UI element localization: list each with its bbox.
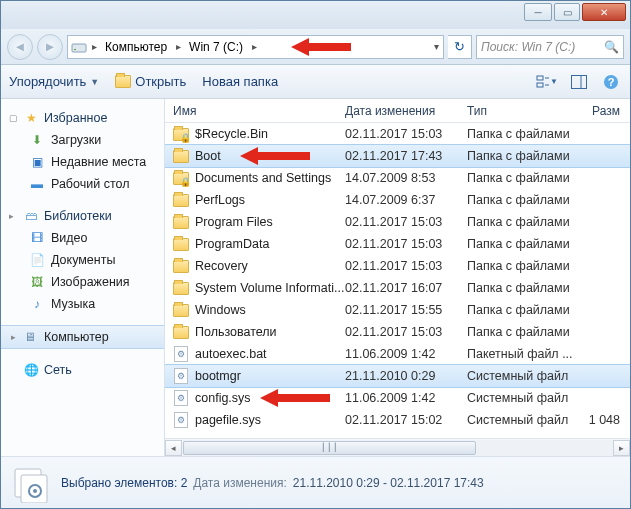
scroll-left-button[interactable]: ◂: [165, 440, 182, 456]
new-folder-button[interactable]: Новая папка: [202, 74, 278, 89]
item-name: ProgramData: [195, 237, 345, 251]
sidebar-favorites-header[interactable]: ▢ ★ Избранное: [1, 107, 164, 129]
selection-count: Выбрано элементов: 2: [61, 476, 187, 490]
navigation-bar: ◄ ► ▸ Компьютер ▸ Win 7 (C:) ▸ ▾ ↻ Поиск…: [1, 29, 630, 65]
folder-row[interactable]: 🔒$Recycle.Bin02.11.2017 15:03Папка с фай…: [165, 123, 630, 145]
chevron-down-icon: ▼: [90, 77, 99, 87]
folder-icon: [173, 280, 189, 296]
expand-icon: ▸: [9, 211, 18, 221]
computer-icon: 🖥: [22, 329, 38, 345]
column-name[interactable]: Имя: [173, 104, 345, 118]
svg-rect-7: [572, 75, 587, 88]
help-button[interactable]: ?: [600, 71, 622, 93]
close-button[interactable]: ✕: [582, 3, 626, 21]
folder-row[interactable]: System Volume Informati...02.11.2017 16:…: [165, 277, 630, 299]
scroll-right-button[interactable]: ▸: [613, 440, 630, 456]
file-row[interactable]: ⚙config.sys11.06.2009 1:42Системный файл: [165, 387, 630, 409]
back-button[interactable]: ◄: [7, 34, 33, 60]
item-type: Папка с файлами: [467, 215, 587, 229]
folder-row[interactable]: Program Files02.11.2017 15:03Папка с фай…: [165, 211, 630, 233]
address-bar[interactable]: ▸ Компьютер ▸ Win 7 (C:) ▸ ▾: [67, 35, 444, 59]
open-button[interactable]: Открыть: [115, 74, 186, 90]
svg-text:?: ?: [608, 76, 615, 88]
document-icon: 📄: [29, 252, 45, 268]
item-date: 11.06.2009 1:42: [345, 347, 467, 361]
search-icon: 🔍: [604, 40, 619, 54]
sidebar-item-network[interactable]: 🌐 Сеть: [1, 359, 164, 381]
breadcrumb-drive[interactable]: Win 7 (C:): [183, 36, 250, 58]
folder-row[interactable]: 🔒Documents and Settings14.07.2009 8:53Па…: [165, 167, 630, 189]
maximize-button[interactable]: ▭: [554, 3, 580, 21]
chevron-down-icon[interactable]: ▾: [434, 41, 439, 52]
sidebar-item-downloads[interactable]: ⬇Загрузки: [1, 129, 164, 151]
item-date: 02.11.2017 15:02: [345, 413, 467, 427]
horizontal-scrollbar[interactable]: ◂ ┃┃┃ ▸: [165, 438, 630, 456]
svg-rect-1: [74, 49, 76, 50]
folder-row[interactable]: Boot02.11.2017 17:43Папка с файлами: [165, 145, 630, 167]
view-options-button[interactable]: ▼: [536, 71, 558, 93]
file-row[interactable]: ⚙pagefile.sys02.11.2017 15:02Системный ф…: [165, 409, 630, 431]
folder-row[interactable]: ProgramData02.11.2017 15:03Папка с файла…: [165, 233, 630, 255]
item-date: 14.07.2009 8:53: [345, 171, 467, 185]
image-icon: 🖼: [29, 274, 45, 290]
folder-row[interactable]: Пользователи02.11.2017 15:03Папка с файл…: [165, 321, 630, 343]
selection-icon: [11, 463, 51, 503]
date-modified-value: 21.11.2010 0:29 - 02.11.2017 17:43: [293, 476, 484, 490]
item-date: 02.11.2017 16:07: [345, 281, 467, 295]
item-type: Системный файл: [467, 369, 587, 383]
item-date: 02.11.2017 15:03: [345, 237, 467, 251]
sidebar-item-recent[interactable]: ▣Недавние места: [1, 151, 164, 173]
sidebar-item-videos[interactable]: 🎞Видео: [1, 227, 164, 249]
sidebar-item-music[interactable]: ♪Музыка: [1, 293, 164, 315]
column-date[interactable]: Дата изменения: [345, 104, 467, 118]
sidebar-libraries-header[interactable]: ▸ 🗃 Библиотеки: [1, 205, 164, 227]
sidebar-item-documents[interactable]: 📄Документы: [1, 249, 164, 271]
chevron-right-icon: ▸: [90, 41, 99, 52]
item-date: 21.11.2010 0:29: [345, 369, 467, 383]
item-date: 14.07.2009 6:37: [345, 193, 467, 207]
search-input[interactable]: Поиск: Win 7 (C:) 🔍: [476, 35, 624, 59]
desktop-icon: ▬: [29, 176, 45, 192]
toolbar: Упорядочить▼ Открыть Новая папка ▼ ?: [1, 65, 630, 99]
file-row[interactable]: ⚙autoexec.bat11.06.2009 1:42Пакетный фай…: [165, 343, 630, 365]
scroll-track[interactable]: ┃┃┃: [182, 440, 613, 456]
item-name: Boot: [195, 149, 345, 163]
folder-icon: 🔒: [173, 170, 189, 186]
item-type: Папка с файлами: [467, 127, 587, 141]
item-name: Windows: [195, 303, 345, 317]
file-row[interactable]: ⚙bootmgr21.11.2010 0:29Системный файл: [165, 365, 630, 387]
item-name: pagefile.sys: [195, 413, 345, 427]
column-size[interactable]: Разм: [587, 104, 630, 118]
download-icon: ⬇: [29, 132, 45, 148]
folder-row[interactable]: PerfLogs14.07.2009 6:37Папка с файлами: [165, 189, 630, 211]
minimize-button[interactable]: ─: [524, 3, 552, 21]
folder-row[interactable]: Recovery02.11.2017 15:03Папка с файлами: [165, 255, 630, 277]
collapse-icon: ▢: [9, 113, 18, 123]
refresh-button[interactable]: ↻: [448, 35, 472, 59]
svg-rect-4: [537, 83, 543, 87]
sidebar-item-pictures[interactable]: 🖼Изображения: [1, 271, 164, 293]
folder-row[interactable]: Windows02.11.2017 15:55Папка с файлами: [165, 299, 630, 321]
forward-button[interactable]: ►: [37, 34, 63, 60]
item-type: Системный файл: [467, 413, 587, 427]
breadcrumb-computer[interactable]: Компьютер: [99, 36, 174, 58]
item-date: 02.11.2017 15:55: [345, 303, 467, 317]
folder-icon: [173, 236, 189, 252]
organize-button[interactable]: Упорядочить▼: [9, 74, 99, 89]
file-icon: ⚙: [173, 346, 189, 362]
svg-rect-14: [21, 475, 47, 503]
svg-rect-3: [537, 76, 543, 80]
sidebar-item-desktop[interactable]: ▬Рабочий стол: [1, 173, 164, 195]
preview-pane-button[interactable]: [568, 71, 590, 93]
scroll-thumb[interactable]: ┃┃┃: [183, 441, 476, 455]
column-type[interactable]: Тип: [467, 104, 587, 118]
sidebar-item-computer[interactable]: ▸ 🖥 Компьютер: [1, 325, 164, 349]
item-type: Папка с файлами: [467, 325, 587, 339]
item-name: Documents and Settings: [195, 171, 345, 185]
folder-icon: [173, 258, 189, 274]
column-headers: Имя Дата изменения Тип Разм: [165, 99, 630, 123]
date-modified-label: Дата изменения:: [193, 476, 287, 490]
item-name: config.sys: [195, 391, 345, 405]
file-icon: ⚙: [173, 412, 189, 428]
item-name: Program Files: [195, 215, 345, 229]
